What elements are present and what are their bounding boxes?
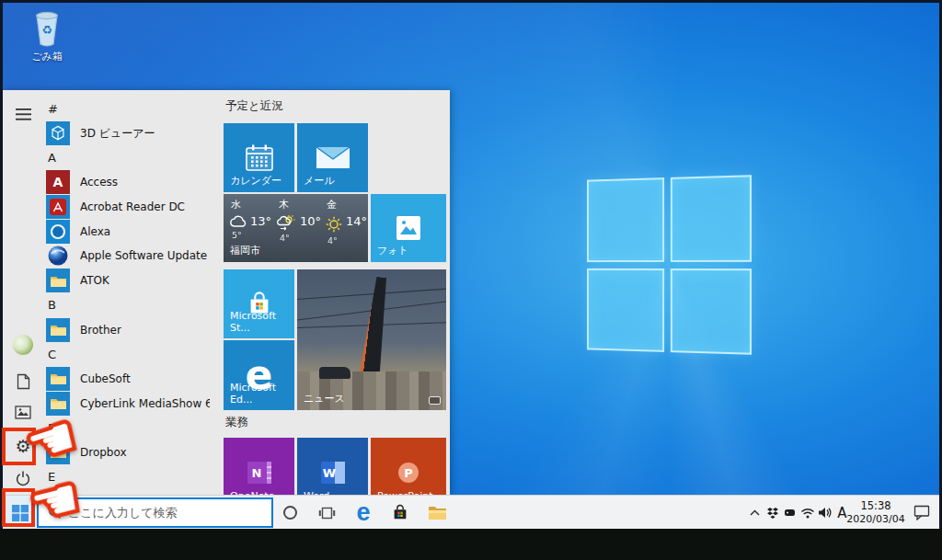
app-list-item[interactable]: Apple Software Update [46,244,210,269]
system-tray: A [746,496,851,529]
taskbar-button-explorer[interactable] [419,496,455,529]
word-tile-icon: W [319,459,347,486]
document-icon [17,373,30,390]
tile-store[interactable]: Microsoft St... [224,269,294,338]
explorer-icon [428,505,447,520]
taskbar-button-edge[interactable]: e [345,496,382,529]
taskbar-buttons: e [271,496,455,529]
app-list-section-header[interactable]: A [46,145,210,170]
alexa-app-icon [46,220,70,244]
weather-day: 木 10° 4° [277,198,323,243]
app-list-section-header[interactable]: E [46,464,210,489]
tile-group-title[interactable]: 業務 [225,415,248,430]
hamburger-icon [16,109,31,120]
device-tray-icon [784,507,796,519]
tile-group-title[interactable]: 予定と近況 [225,98,283,114]
tray-hidden-icons[interactable] [746,496,764,529]
tile-mail[interactable]: メール [297,123,368,192]
app-list-item[interactable]: CubeSoft [46,367,210,392]
news-photo [297,269,446,410]
svg-text:♻: ♻ [41,23,52,37]
svg-text:W: W [322,466,335,480]
sidebar-item-user[interactable] [3,328,43,361]
power-icon [15,470,31,486]
sidebar-item-documents[interactable] [3,365,43,398]
taskbar-button-task-view[interactable] [308,496,345,529]
sidebar-item-power[interactable] [3,462,43,495]
start-menu-sidebar: ⚙ [3,90,43,495]
taskbar-search-box[interactable] [37,497,273,528]
start-button[interactable] [3,496,37,529]
mail-tile-icon [316,146,350,169]
tray-device[interactable] [781,496,798,529]
onenote-tile-icon: N [246,459,273,486]
windows-logo-icon [12,505,29,521]
acrobat-app-icon [46,195,70,219]
calendar-tile-icon [244,143,275,173]
ime-tray-icon: A [837,504,846,521]
search-input[interactable] [68,506,252,520]
store-icon [391,504,409,522]
app-list-section-header[interactable]: # [46,97,210,121]
tray-volume[interactable] [816,496,833,529]
access-app-icon: A [46,170,70,194]
action-center-button[interactable] [908,496,936,529]
app-list-section-header[interactable]: C [46,342,210,367]
app-list-item[interactable]: Brother [46,317,210,342]
app-list-item[interactable]: ATOK [46,269,210,293]
folder-app-icon [46,318,70,342]
app-list-item[interactable]: Dropbox [46,440,210,465]
app-list-item[interactable]: AAccess [46,170,210,195]
app-list-section-header[interactable]: B [46,293,210,318]
start-menu: ⚙ #3D ビューアーAAAccessAcrobat Reader DCAlex… [3,90,450,495]
tile-photos[interactable]: フォト [371,194,446,262]
action-center-icon [913,505,930,520]
folder-app-icon [46,269,70,292]
sidebar-item-settings[interactable]: ⚙ [3,429,43,463]
sidebar-item-pictures[interactable] [3,395,43,429]
gear-icon: ⚙ [15,438,30,455]
tile-calendar[interactable]: カレンダー [224,123,294,192]
edge-icon: e [356,500,370,525]
weather-cloud-icon [229,215,247,228]
search-icon [48,506,62,520]
hidden-icons-tray-icon [750,509,760,516]
tile-edge[interactable]: eMicrosoft Ed... [224,340,294,410]
svg-text:P: P [404,466,413,480]
app-list-section-header[interactable]: D [46,416,210,440]
clock-time: 15:38 [860,499,890,512]
dropbox-tray-icon [766,507,779,520]
taskbar-button-store[interactable] [382,496,419,529]
recycle-bin[interactable]: ♻ ごみ箱 [21,8,73,62]
app-list-item[interactable]: CyberLink MediaShow 6 for T... [46,391,210,416]
recycle-bin-icon: ♻ [21,8,73,49]
image-bottom-border [0,529,942,560]
svg-text:N: N [251,466,261,480]
cortana-icon [283,506,297,520]
app-list-item[interactable]: 3D ビューアー [46,121,210,146]
screenshot-frame: ♻ ごみ箱 ⚙ #3D ビューアーAAAccessAcrobat Reader … [0,0,942,560]
app-list-item[interactable]: Acrobat Reader DC [46,195,210,220]
tray-wifi[interactable] [798,496,816,529]
weather-day: 水 13° 5° [229,198,275,240]
tile-weather[interactable]: 水 13° 5° 木 10° 4° 金 14° 4° 福岡市 [224,194,368,262]
folder-app-icon [46,367,70,391]
weather-day: 金 14° 4° [325,198,368,246]
apple-update-app-icon [46,244,70,268]
pictures-icon [15,406,31,419]
clock-date: 2020/03/04 [846,513,904,526]
start-menu-app-list: #3D ビューアーAAAccessAcrobat Reader DCAlexaA… [46,97,210,489]
user-avatar [13,335,33,355]
news-badge-icon [429,396,441,405]
tray-dropbox[interactable] [764,496,781,529]
taskbar-button-cortana[interactable] [271,496,308,529]
app-list-item[interactable]: Alexa [46,219,210,244]
volume-tray-icon [818,507,833,519]
tile-news[interactable]: ニュース [297,269,446,410]
sidebar-item-menu[interactable] [3,97,43,131]
start-menu-tiles: 予定と近況業務 カレンダー メール 水 13° 5° 木 10° 4° 金 14… [224,90,450,495]
folder-app-icon [46,440,70,464]
taskbar-clock[interactable]: 15:38 2020/03/04 [847,496,904,529]
wifi-tray-icon [800,508,815,519]
photos-tile-icon [395,214,422,242]
